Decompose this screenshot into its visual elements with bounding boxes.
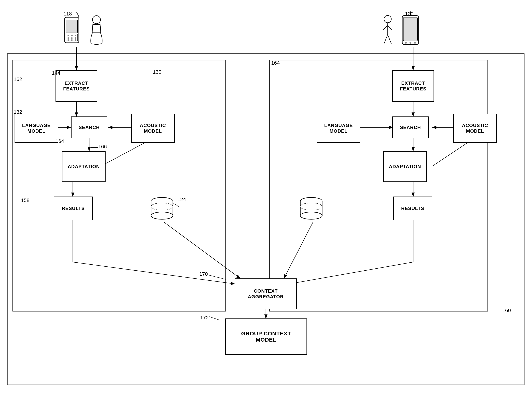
svg-line-58 <box>383 25 388 30</box>
svg-point-49 <box>93 16 101 24</box>
svg-point-67 <box>151 203 173 210</box>
extract-features-left: EXTRACT FEATURES <box>56 70 97 102</box>
label-132: 132 <box>14 109 22 115</box>
search-right: SEARCH <box>392 116 429 138</box>
context-aggregator: CONTEXT AGGREGATOR <box>235 278 297 309</box>
svg-point-66 <box>151 212 173 219</box>
label-158: 158 <box>21 197 29 203</box>
svg-line-33 <box>209 317 220 320</box>
svg-line-13 <box>73 262 235 284</box>
svg-point-46 <box>67 39 69 41</box>
label-164-right: 164 <box>271 60 280 66</box>
database-left <box>149 196 175 220</box>
svg-point-55 <box>414 42 416 44</box>
search-left: SEARCH <box>71 116 107 138</box>
svg-point-42 <box>75 35 76 36</box>
svg-point-54 <box>409 42 411 44</box>
svg-line-24 <box>284 222 313 278</box>
language-model-right: LANGUAGE MODEL <box>317 114 360 143</box>
svg-point-44 <box>71 37 73 39</box>
svg-point-48 <box>75 39 76 41</box>
label-124: 124 <box>177 196 186 202</box>
label-162: 162 <box>14 76 22 82</box>
diagram-container: EXTRACT FEATURES LANGUAGE MODEL SEARCH A… <box>0 0 532 406</box>
svg-point-40 <box>67 35 69 36</box>
label-170: 170 <box>199 271 208 277</box>
label-172: 172 <box>200 315 209 321</box>
svg-point-56 <box>384 15 391 23</box>
label-166: 166 <box>98 144 107 150</box>
results-right: RESULTS <box>393 196 432 220</box>
svg-rect-38 <box>66 20 78 33</box>
database-right <box>299 196 324 220</box>
svg-line-23 <box>164 222 240 278</box>
svg-line-32 <box>207 275 226 279</box>
group-context-model: GROUP CONTEXT MODEL <box>225 319 307 355</box>
svg-line-59 <box>388 25 392 30</box>
svg-point-72 <box>300 212 322 219</box>
svg-rect-3 <box>269 60 488 311</box>
person-left <box>89 14 104 47</box>
svg-point-47 <box>71 39 73 41</box>
label-118: 118 <box>63 11 72 17</box>
adaptation-left: ADAPTATION <box>62 151 106 182</box>
extract-features-right: EXTRACT FEATURES <box>392 70 434 102</box>
label-160: 160 <box>502 308 511 313</box>
acoustic-model-right: ACOUSTIC MODEL <box>453 114 497 143</box>
svg-line-61 <box>388 35 391 44</box>
results-left: RESULTS <box>54 196 93 220</box>
svg-point-73 <box>300 203 322 210</box>
svg-point-53 <box>405 42 407 44</box>
adaptation-right: ADAPTATION <box>383 151 427 182</box>
label-130: 130 <box>153 69 161 75</box>
label-144: 144 <box>52 70 60 76</box>
svg-line-36 <box>76 12 79 17</box>
acoustic-model-left: ACOUSTIC MODEL <box>131 114 175 143</box>
svg-line-60 <box>384 35 388 44</box>
svg-rect-52 <box>403 17 417 41</box>
label-164-left: 164 <box>56 138 64 144</box>
svg-point-45 <box>75 37 76 39</box>
person-right <box>380 14 395 47</box>
svg-line-22 <box>289 262 413 284</box>
language-model-left: LANGUAGE MODEL <box>15 114 58 143</box>
svg-point-41 <box>71 35 73 36</box>
label-120: 120 <box>405 11 414 17</box>
svg-rect-2 <box>13 60 226 311</box>
svg-point-43 <box>67 37 69 39</box>
